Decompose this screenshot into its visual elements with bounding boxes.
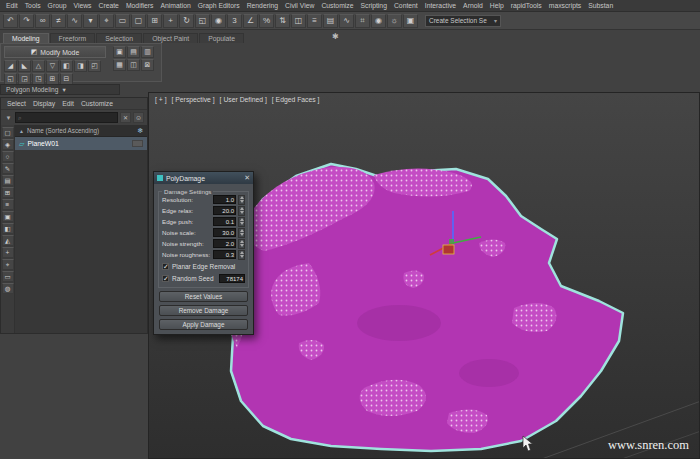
explorer-tool-icon[interactable]: ⌖	[2, 259, 14, 270]
ribbon-tool-icon[interactable]: ⊠	[141, 59, 154, 71]
menu-item[interactable]: Scripting	[360, 2, 386, 9]
remove-damage-button[interactable]: Remove Damage	[159, 305, 248, 316]
ribbon-tab-modeling[interactable]: Modeling	[3, 33, 49, 43]
apply-damage-button[interactable]: Apply Damage	[159, 319, 248, 330]
viewport-label-part[interactable]: [ + ]	[155, 96, 167, 103]
ribbon-tool-icon[interactable]: ▣	[113, 46, 126, 58]
spinner[interactable]	[238, 217, 245, 227]
menu-item[interactable]: Views	[73, 2, 91, 9]
ribbon-tab-populate[interactable]: Populate	[199, 33, 244, 43]
select-and-move-icon[interactable]: +	[163, 14, 178, 28]
filter-funnel-icon[interactable]: ▼	[4, 115, 13, 121]
ribbon-config-icon[interactable]: ✱	[332, 32, 339, 41]
menu-item[interactable]: Interactive	[425, 2, 456, 9]
menu-item[interactable]: rapidTools	[511, 2, 542, 9]
percent-snap-icon[interactable]: %	[259, 14, 274, 28]
schematic-view-icon[interactable]: ⌗	[355, 14, 370, 28]
render-setup-icon[interactable]: ☼	[387, 14, 402, 28]
explorer-tool-icon[interactable]: ▣	[2, 211, 14, 222]
clear-search-icon[interactable]: ✕	[120, 112, 131, 123]
ribbon-tab-selection[interactable]: Selection	[96, 33, 142, 43]
menu-item[interactable]: Arnold	[463, 2, 483, 9]
random-seed-checkbox[interactable]	[162, 275, 169, 282]
angle-snap-icon[interactable]: ∠	[243, 14, 258, 28]
mirror-icon[interactable]: ◫	[291, 14, 306, 28]
menu-item[interactable]: Help	[490, 2, 504, 9]
rectangular-selection-icon[interactable]: ▢	[131, 14, 146, 28]
explorer-tool-icon[interactable]: ◭	[2, 235, 14, 246]
explorer-menu-item[interactable]: Display	[33, 100, 55, 107]
select-by-name-icon[interactable]: ▭	[115, 14, 130, 28]
modify-mode-button[interactable]: ◩ Modify Mode	[4, 46, 106, 58]
curve-editor-icon[interactable]: ∿	[339, 14, 354, 28]
ribbon-tool-icon[interactable]: ◫	[127, 59, 140, 71]
viewport-label-part[interactable]: [ Edged Faces ]	[272, 96, 320, 103]
ribbon-tool-icon[interactable]: ◣	[18, 60, 31, 72]
list-item[interactable]: ▱ PlaneW01	[15, 137, 147, 150]
explorer-tool-icon[interactable]: ▭	[2, 271, 14, 282]
resolution-field[interactable]: 1.0	[213, 195, 236, 204]
ribbon-tool-icon[interactable]: ◧	[60, 60, 73, 72]
ribbon-tool-icon[interactable]: ◢	[4, 60, 17, 72]
explorer-tool-icon[interactable]: ▢	[2, 127, 14, 138]
selection-set-dropdown[interactable]: Create Selection Se ▾	[425, 15, 501, 27]
lock-icon[interactable]: ⊙	[133, 112, 144, 123]
redo-icon[interactable]: ↷	[19, 14, 34, 28]
menu-item[interactable]: Substan	[588, 2, 613, 9]
ribbon-tool-icon[interactable]: △	[32, 60, 45, 72]
spinner[interactable]	[238, 239, 245, 249]
frozen-column-icon[interactable]: ❄	[137, 127, 143, 135]
explorer-tool-icon[interactable]: ○	[2, 151, 14, 162]
menu-item[interactable]: maxscripts	[549, 2, 581, 9]
menu-item[interactable]: Group	[48, 2, 67, 9]
pivot-center-icon[interactable]: ◉	[211, 14, 226, 28]
render-frame-icon[interactable]: ▣	[403, 14, 418, 28]
search-input[interactable]	[15, 112, 118, 123]
menu-item[interactable]: Create	[99, 2, 119, 9]
explorer-tool-icon[interactable]: ◧	[2, 223, 14, 234]
spinner[interactable]	[238, 195, 245, 205]
planar-edge-removal-checkbox[interactable]	[162, 263, 169, 270]
explorer-tool-icon[interactable]: ◈	[2, 139, 14, 150]
select-and-scale-icon[interactable]: ◱	[195, 14, 210, 28]
ribbon-tool-icon[interactable]: ◰	[88, 60, 101, 72]
explorer-tool-icon[interactable]: ▤	[2, 175, 14, 186]
spinner[interactable]	[238, 206, 245, 216]
spinner-snap-icon[interactable]: ⇅	[275, 14, 290, 28]
ribbon-tool-icon[interactable]: ▥	[141, 46, 154, 58]
explorer-menu-item[interactable]: Edit	[62, 100, 74, 107]
align-icon[interactable]: ≡	[307, 14, 322, 28]
rock-mesh[interactable]	[219, 164, 623, 451]
window-crossing-icon[interactable]: ⊞	[147, 14, 162, 28]
noise-roughness-field[interactable]: 0.3	[213, 250, 236, 259]
viewport-label-part[interactable]: [ Perspective ]	[172, 96, 215, 103]
unlink-selection-icon[interactable]: ≠	[51, 14, 66, 28]
menu-item[interactable]: Edit	[6, 2, 18, 9]
spinner[interactable]	[238, 250, 245, 260]
material-editor-icon[interactable]: ◉	[371, 14, 386, 28]
explorer-tool-icon[interactable]: ◍	[2, 283, 14, 294]
layer-manager-icon[interactable]: ▤	[323, 14, 338, 28]
ribbon-tab-freeform[interactable]: Freeform	[50, 33, 96, 43]
undo-icon[interactable]: ↶	[3, 14, 18, 28]
explorer-tool-icon[interactable]: ✎	[2, 163, 14, 174]
dialog-titlebar[interactable]: PolyDamage ✕	[154, 172, 253, 184]
ribbon-tool-icon[interactable]: ▤	[127, 46, 140, 58]
viewport-label-part[interactable]: [ User Defined ]	[220, 96, 267, 103]
menu-item[interactable]: Modifiers	[126, 2, 154, 9]
explorer-menu-item[interactable]: Customize	[81, 100, 113, 107]
edge-relax-field[interactable]: 20.0	[213, 206, 236, 215]
menu-item[interactable]: Animation	[160, 2, 190, 9]
random-seed-field[interactable]: 78174	[219, 274, 245, 283]
list-column-header[interactable]: ▲ Name (Sorted Ascending) ❄	[15, 125, 147, 137]
edge-push-field[interactable]: 0.1	[213, 217, 236, 226]
explorer-tool-icon[interactable]: +	[2, 247, 14, 258]
select-and-rotate-icon[interactable]: ↻	[179, 14, 194, 28]
explorer-tool-icon[interactable]: ≡	[2, 199, 14, 210]
bind-spacewarp-icon[interactable]: ∿	[67, 14, 82, 28]
polygon-modeling-header[interactable]: Polygon Modeling ▾	[0, 84, 120, 95]
ribbon-tool-icon[interactable]: ◨	[74, 60, 87, 72]
explorer-tool-icon[interactable]: ⊞	[2, 187, 14, 198]
menu-item[interactable]: Graph Editors	[198, 2, 240, 9]
ribbon-tool-icon[interactable]: ▦	[113, 59, 126, 71]
